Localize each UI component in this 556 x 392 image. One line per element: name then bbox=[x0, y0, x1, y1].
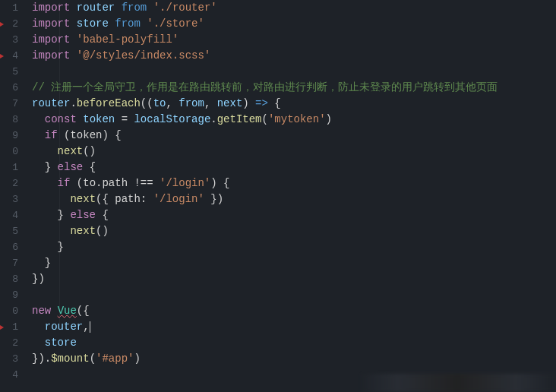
code-line[interactable]: import store from './store' bbox=[32, 16, 556, 32]
code-line[interactable]: if (token) { bbox=[32, 128, 556, 144]
line-number: 0 bbox=[0, 144, 18, 160]
line-number: 1 bbox=[0, 0, 18, 16]
code-line[interactable]: next({ path: '/login' }) bbox=[32, 191, 556, 207]
line-number: 2 bbox=[0, 335, 18, 351]
code-line[interactable]: store bbox=[32, 335, 556, 351]
line-number: 9 bbox=[0, 128, 18, 144]
text-cursor bbox=[90, 321, 90, 333]
line-number: 9 bbox=[0, 287, 18, 303]
line-number: 5 bbox=[0, 64, 18, 80]
line-number: 2 bbox=[0, 175, 18, 191]
code-line[interactable]: import '@/styles/index.scss' bbox=[32, 48, 556, 64]
line-number: 3 bbox=[0, 191, 18, 207]
fold-marker-icon bbox=[0, 54, 4, 58]
line-number: 2 bbox=[0, 16, 18, 32]
line-number: 7 bbox=[0, 255, 18, 271]
line-number: 4 bbox=[0, 48, 18, 64]
code-line[interactable]: } bbox=[32, 239, 556, 255]
fold-marker-icon bbox=[0, 22, 4, 27]
code-line[interactable]: const token = localStorage.getItem('myto… bbox=[32, 112, 556, 128]
line-number: 8 bbox=[0, 112, 18, 128]
line-number: 3 bbox=[0, 351, 18, 367]
code-line[interactable]: } bbox=[32, 255, 556, 271]
code-line[interactable]: router.beforeEach((to, from, next) => { bbox=[32, 96, 556, 112]
line-number: 3 bbox=[0, 32, 18, 48]
line-number: 5 bbox=[0, 223, 18, 239]
blur-overlay bbox=[359, 374, 556, 392]
code-line[interactable]: // 注册一个全局守卫，作用是在路由跳转前，对路由进行判断，防止未登录的用户跳转… bbox=[32, 80, 556, 96]
code-line[interactable]: router, bbox=[32, 319, 556, 335]
line-number: 1 bbox=[0, 319, 18, 335]
line-number: 4 bbox=[0, 207, 18, 223]
code-line[interactable] bbox=[32, 287, 556, 303]
code-line[interactable]: next() bbox=[32, 223, 556, 239]
line-number: 4 bbox=[0, 367, 18, 383]
line-number: 7 bbox=[0, 96, 18, 112]
code-line[interactable]: } else { bbox=[32, 207, 556, 223]
code-line[interactable]: import 'babel-polyfill' bbox=[32, 32, 556, 48]
line-number: 1 bbox=[0, 160, 18, 175]
code-line[interactable]: new Vue({ bbox=[32, 303, 556, 319]
code-line[interactable] bbox=[32, 64, 556, 80]
code-line[interactable]: }) bbox=[32, 271, 556, 287]
fold-marker-icon bbox=[0, 325, 4, 330]
code-line[interactable]: import router from './router' bbox=[32, 0, 556, 16]
code-editor[interactable]: 1 2 3 4 5 6 7 8 9 0 1 2 3 4 5 6 7 8 9 0 … bbox=[0, 0, 556, 392]
indent-guide bbox=[59, 3, 60, 330]
code-area[interactable]: import router from './router' import sto… bbox=[24, 0, 556, 392]
line-number-gutter: 1 2 3 4 5 6 7 8 9 0 1 2 3 4 5 6 7 8 9 0 … bbox=[0, 0, 24, 392]
code-line[interactable]: }).$mount('#app') bbox=[32, 351, 556, 367]
code-line[interactable]: next() bbox=[32, 144, 556, 160]
line-number: 6 bbox=[0, 80, 18, 96]
code-line[interactable]: if (to.path !== '/login') { bbox=[32, 175, 556, 191]
line-number: 6 bbox=[0, 239, 18, 255]
line-number: 0 bbox=[0, 303, 18, 319]
code-line[interactable]: } else { bbox=[32, 160, 556, 175]
line-number: 8 bbox=[0, 271, 18, 287]
